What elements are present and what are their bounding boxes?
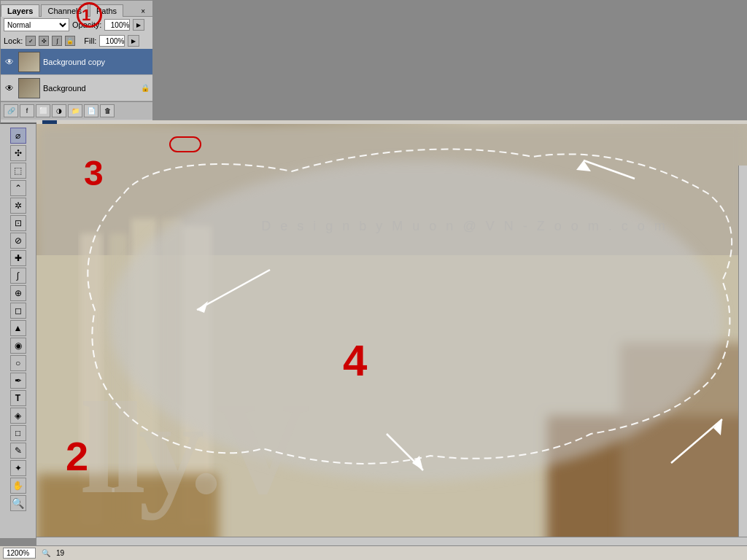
new-layer-icon[interactable]: 📄	[84, 104, 98, 117]
panel-bottom-icons: 🔗 f ⬜ ◑ 📁 📄 🗑	[1, 101, 152, 120]
fill-arrow[interactable]: ▶	[128, 35, 139, 47]
text-tool-btn[interactable]: T	[10, 390, 26, 406]
move-tool-btn[interactable]: ✣	[10, 145, 26, 161]
slice-tool-btn[interactable]: ⊘	[10, 233, 26, 249]
layers-panel: Layers Channels Paths × Normal Opacity: …	[0, 0, 153, 124]
layer-name-background: Background	[43, 84, 138, 93]
effects-icon[interactable]: f	[20, 104, 34, 117]
layer-item-bg-copy[interactable]: 👁 Background copy	[1, 49, 152, 75]
shape-tool-btn[interactable]: □	[10, 425, 26, 441]
adj-icon[interactable]: ◑	[52, 104, 66, 117]
tab-paths[interactable]: Paths	[90, 4, 123, 17]
delete-layer-icon[interactable]: 🗑	[100, 104, 115, 117]
layer-lock-icon: 🔒	[141, 84, 150, 92]
panel-tabs: Layers Channels Paths ×	[1, 1, 152, 17]
pen-tool-btn[interactable]: ✒	[10, 373, 26, 389]
lasso2-tool-btn[interactable]: ⌃	[10, 180, 26, 196]
mask-icon[interactable]: ⬜	[36, 104, 50, 117]
opacity-input[interactable]	[104, 19, 130, 31]
bg-svg	[36, 124, 747, 538]
opacity-label: Opacity:	[72, 20, 101, 29]
wand-tool-btn[interactable]: ✲	[10, 198, 26, 214]
fill-input[interactable]	[99, 35, 125, 47]
layer-name-bg-copy: Background copy	[43, 58, 150, 66]
erase-tool-btn[interactable]: ◻	[10, 303, 26, 319]
panel-close-btn[interactable]: ×	[135, 6, 151, 17]
layer-thumb-bg-copy	[18, 52, 40, 72]
status-doc-info: 19	[56, 549, 64, 557]
opacity-arrow[interactable]: ▶	[133, 19, 144, 31]
blend-mode-row: Normal Opacity: ▶	[1, 17, 152, 33]
canvas-image: lly.V D e s i g n b y M u o n @ V N - Z …	[36, 124, 747, 538]
blur-tool-btn[interactable]: ◉	[10, 338, 26, 354]
crop-tool-btn[interactable]: ⊡	[10, 215, 26, 231]
status-bar: 🔍 19	[0, 545, 747, 560]
zoom-input[interactable]	[3, 548, 36, 559]
tab-channels[interactable]: Channels	[41, 4, 88, 17]
folder-icon[interactable]: 📁	[68, 104, 82, 117]
fill-label: Fill:	[84, 36, 96, 45]
heal-tool-btn[interactable]: ✚	[10, 250, 26, 266]
tab-layers[interactable]: Layers	[1, 4, 39, 17]
hand-tool-btn[interactable]: ✋	[10, 478, 26, 494]
svg-point-10	[109, 160, 722, 481]
eyedrop-tool-btn[interactable]: ✦	[10, 460, 26, 476]
layer-eye-bg-copy[interactable]: 👁	[4, 56, 15, 68]
layer-thumb-background	[18, 78, 40, 98]
blend-mode-select[interactable]: Normal	[4, 18, 69, 31]
path-sel-btn[interactable]: ◈	[10, 408, 26, 424]
layer-item-background[interactable]: 👁 Background 🔒	[1, 75, 152, 101]
left-toolbar: ⌀ ✣ ⬚ ⌃ ✲ ⊡ ⊘ ✚ ∫ ⊕ ◻ ▲ ◉ ○ ✒ T ◈ □ ✎ ✦ …	[0, 124, 36, 538]
layer-eye-background[interactable]: 👁	[4, 82, 15, 94]
scrollbar-vertical[interactable]	[738, 166, 747, 537]
canvas-area: lly.V D e s i g n b y M u o n @ V N - Z …	[36, 124, 747, 538]
lock-row: Lock: ✓ ✣ ∫ 🔒 Fill: ▶	[1, 33, 152, 49]
clone-tool-btn[interactable]: ⊕	[10, 285, 26, 301]
scrollbar-horizontal[interactable]	[36, 537, 747, 545]
lock-all-icon[interactable]: 🔒	[65, 36, 75, 46]
notes-tool-btn[interactable]: ✎	[10, 443, 26, 459]
svg-rect-8	[36, 474, 219, 538]
lasso-tool-btn[interactable]: ⌀	[10, 128, 26, 144]
lock-label: Lock:	[4, 36, 23, 45]
lock-paint-icon[interactable]: ∫	[52, 36, 62, 46]
brush-tool-btn[interactable]: ∫	[10, 268, 26, 284]
dodge-tool-btn[interactable]: ○	[10, 355, 26, 371]
lock-check-icon[interactable]: ✓	[26, 36, 36, 46]
link-icon[interactable]: 🔗	[4, 104, 18, 117]
marquee-tool-btn[interactable]: ⬚	[10, 163, 26, 179]
zoom-tool-btn[interactable]: 🔍	[10, 495, 26, 511]
magnify-icon[interactable]: 🔍	[42, 549, 50, 557]
lock-move-icon[interactable]: ✣	[39, 36, 49, 46]
paint-tool-btn[interactable]: ▲	[10, 320, 26, 336]
